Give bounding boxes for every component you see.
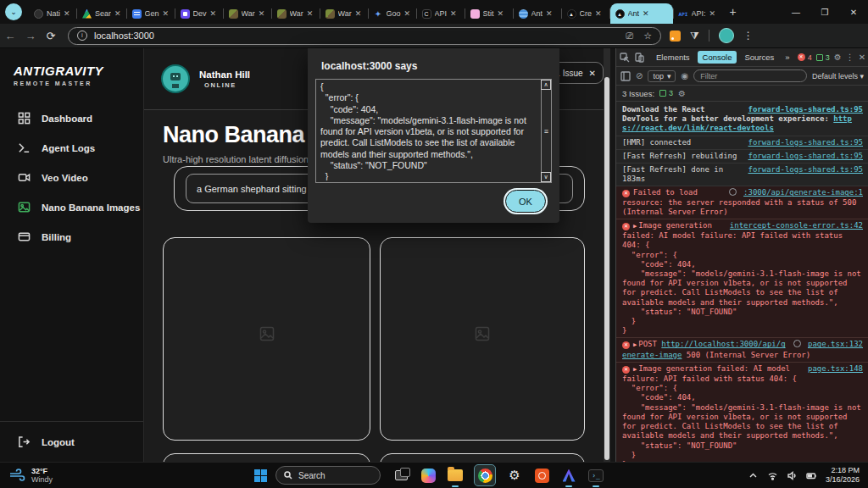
- tab-close-icon[interactable]: ✕: [355, 9, 362, 18]
- source-link[interactable]: forward-logs-shared.ts:95: [748, 138, 863, 147]
- source-link[interactable]: forward-logs-shared.ts:95: [748, 165, 863, 175]
- tab-close-icon[interactable]: ✕: [498, 9, 504, 18]
- image-card[interactable]: [380, 453, 585, 462]
- close-window-button[interactable]: ✕: [839, 0, 868, 24]
- issue-chip-icon[interactable]: [729, 188, 737, 196]
- console-message[interactable]: forward-logs-shared.ts:95Download the Re…: [616, 103, 868, 136]
- dialog-scroll-thumb[interactable]: ≡: [542, 124, 550, 139]
- image-card[interactable]: [163, 453, 370, 462]
- log-levels-dropdown[interactable]: Default levels ▾: [812, 72, 864, 80]
- browser-profile-avatar[interactable]: [719, 28, 734, 43]
- scroll-up-icon[interactable]: ∧: [541, 80, 551, 90]
- source-link[interactable]: forward-logs-shared.ts:95: [748, 152, 863, 161]
- source-link[interactable]: forward-logs-shared.ts:95: [748, 105, 863, 114]
- browser-tab[interactable]: API:✕: [674, 3, 721, 24]
- more-tabs-icon[interactable]: »: [782, 51, 793, 64]
- tab-search-button[interactable]: ⌄: [5, 3, 22, 20]
- issues-count[interactable]: 3: [659, 89, 673, 97]
- tab-close-icon[interactable]: ✕: [114, 9, 121, 18]
- taskbar-search[interactable]: Search: [275, 466, 381, 485]
- chrome-button[interactable]: [474, 464, 496, 486]
- tab-close-icon[interactable]: ✕: [404, 9, 411, 18]
- tab-close-icon[interactable]: ✕: [210, 9, 217, 18]
- browser-menu-icon[interactable]: ⋮: [743, 30, 754, 42]
- start-button[interactable]: [254, 469, 267, 482]
- tray-chevron-icon[interactable]: [748, 470, 759, 481]
- browser-tab[interactable]: API✕: [417, 3, 465, 24]
- eye-icon[interactable]: ◉: [681, 71, 688, 80]
- clear-console-icon[interactable]: ⊘: [636, 71, 643, 80]
- browser-tab[interactable]: Dev✕: [175, 3, 223, 24]
- devtools-settings-icon[interactable]: ⚙: [834, 53, 842, 62]
- browser-tab[interactable]: Stit✕: [465, 3, 513, 24]
- site-info-icon[interactable]: i: [77, 30, 87, 41]
- extensions-icon[interactable]: ⧩: [690, 30, 699, 42]
- clock[interactable]: 2:18 PM 3/16/2026: [826, 466, 860, 485]
- devtools-close-icon[interactable]: ✕: [859, 53, 865, 62]
- inline-link[interactable]: http://localhost:3000/api/generate-image: [622, 340, 786, 358]
- minimize-button[interactable]: —: [782, 0, 810, 24]
- console-message[interactable]: intercept-console-error.ts:42✕▶Image gen…: [616, 219, 868, 338]
- address-bar[interactable]: i localhost:3000 ⎚ ☆: [68, 27, 661, 45]
- reload-icon[interactable]: ⟳: [41, 30, 61, 42]
- tab-console[interactable]: Console: [698, 51, 737, 64]
- ok-button[interactable]: OK: [505, 190, 546, 213]
- console-message[interactable]: forward-logs-shared.ts:95[Fast Refresh] …: [616, 164, 868, 186]
- page-scrollbar[interactable]: [604, 48, 610, 462]
- source-link[interactable]: :3000/api/generate-image:1: [743, 188, 863, 197]
- device-toolbar-icon[interactable]: [634, 53, 644, 63]
- tab-close-icon[interactable]: ✕: [643, 9, 649, 18]
- browser-tab[interactable]: War✕: [272, 3, 320, 24]
- sidebar-item-billing[interactable]: Billing: [0, 222, 143, 252]
- tab-close-icon[interactable]: ✕: [259, 9, 265, 18]
- terminal-button[interactable]: ›_: [587, 467, 604, 484]
- tab-close-icon[interactable]: ✕: [709, 9, 716, 18]
- file-explorer-button[interactable]: [447, 467, 464, 484]
- browser-tab[interactable]: War✕: [224, 3, 271, 24]
- issues-settings-icon[interactable]: ⚙: [678, 89, 686, 98]
- rss-extension-icon[interactable]: [670, 30, 681, 42]
- console-message[interactable]: forward-logs-shared.ts:95[Fast Refresh] …: [616, 150, 868, 164]
- browser-tab[interactable]: Ant✕: [514, 3, 561, 24]
- browser-tab[interactable]: War✕: [320, 3, 368, 24]
- dialog-scrollbar[interactable]: ∧ ≡ ∨: [541, 80, 551, 182]
- sidebar-item-nano-banana-images[interactable]: Nano Banana Images: [0, 192, 143, 222]
- devtools-menu-icon[interactable]: ⋮: [846, 53, 854, 62]
- tab-close-icon[interactable]: ✕: [595, 9, 602, 18]
- expand-arrow-icon[interactable]: ▶: [633, 366, 637, 373]
- expand-arrow-icon[interactable]: ▶: [633, 223, 637, 230]
- issues-label[interactable]: 3 Issues:: [622, 89, 654, 98]
- browser-tab[interactable]: Sear✕: [77, 3, 126, 24]
- context-selector[interactable]: top▾: [648, 70, 676, 82]
- console-message[interactable]: page.tsx:148✕▶Image generation failed: A…: [616, 363, 868, 462]
- tab-close-icon[interactable]: ✕: [163, 9, 170, 18]
- back-icon[interactable]: ←: [0, 30, 20, 42]
- error-count-badge[interactable]: ✕4: [798, 53, 812, 62]
- browser-tab[interactable]: Goo✕: [369, 3, 416, 24]
- task-view-button[interactable]: [392, 467, 409, 484]
- scroll-down-icon[interactable]: ∨: [541, 172, 551, 182]
- console-message[interactable]: forward-logs-shared.ts:95[HMR] connected: [616, 136, 868, 150]
- tab-close-icon[interactable]: ✕: [546, 9, 553, 18]
- console-filter-input[interactable]: [693, 69, 807, 82]
- forward-icon[interactable]: →: [20, 30, 41, 42]
- tab-close-icon[interactable]: ✕: [450, 9, 457, 18]
- copilot-button[interactable]: [420, 467, 437, 484]
- inspect-icon[interactable]: [620, 53, 630, 63]
- sidebar-item-veo-video[interactable]: Veo Video: [0, 163, 143, 192]
- source-link[interactable]: intercept-console-error.ts:42: [730, 221, 863, 230]
- browser-tab[interactable]: Ant✕: [610, 3, 673, 24]
- wifi-icon[interactable]: [767, 470, 778, 481]
- maximize-button[interactable]: ❐: [810, 0, 839, 24]
- source-link[interactable]: page.tsx:148: [808, 364, 863, 374]
- cast-icon[interactable]: ⎚: [626, 30, 633, 42]
- bookmark-star-icon[interactable]: ☆: [643, 30, 652, 42]
- browser-tab[interactable]: Cre✕: [562, 3, 609, 24]
- tab-elements[interactable]: Elements: [653, 51, 693, 64]
- issue-count-badge[interactable]: 3: [816, 53, 830, 62]
- inline-link[interactable]: https://react.dev/link/react-devtools: [622, 114, 852, 132]
- scrollbar-thumb[interactable]: [604, 77, 609, 460]
- issue-badge-close-icon[interactable]: ✕: [589, 69, 596, 78]
- image-card[interactable]: [163, 237, 370, 441]
- sidebar-item-agent-logs[interactable]: Agent Logs: [0, 133, 143, 163]
